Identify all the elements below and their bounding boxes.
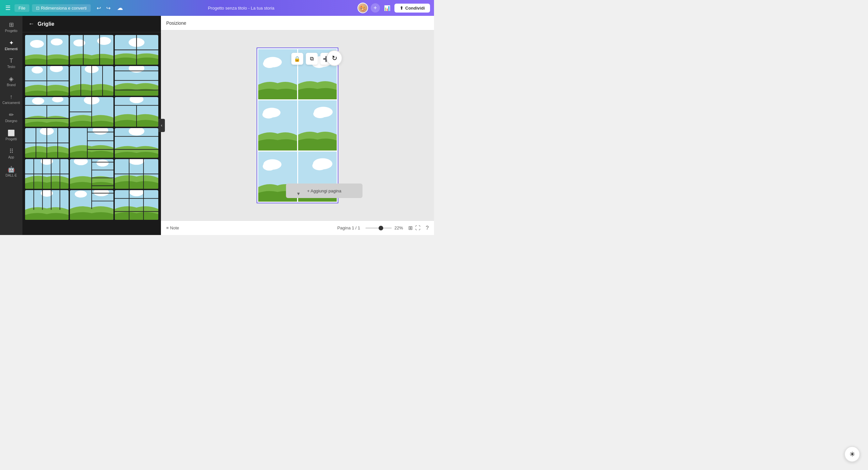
- grid-item-2-1[interactable]: [70, 97, 114, 127]
- svg-point-2: [51, 39, 63, 46]
- collapse-panel-button[interactable]: ‹: [158, 119, 165, 132]
- sidebar-item-dalle[interactable]: 🤖 DALL·E: [1, 163, 21, 180]
- page-info: Pagina 1 / 1: [337, 226, 360, 230]
- share-button[interactable]: ⬆ Condividi: [395, 4, 430, 12]
- undo-button[interactable]: ↩: [95, 4, 103, 12]
- lock-button[interactable]: 🔒: [291, 53, 303, 65]
- svg-point-113: [312, 161, 327, 170]
- zoom-label: 22%: [395, 226, 403, 230]
- grid-item-3-2[interactable]: [115, 128, 158, 158]
- progetto-icon: ⊞: [9, 21, 14, 28]
- zoom-controls: 22%: [365, 226, 403, 230]
- grid-item-1-0[interactable]: [25, 66, 69, 96]
- grid-item-4-1[interactable]: [70, 159, 114, 189]
- grid-item-2-0[interactable]: [25, 97, 69, 127]
- main-layout: ⊞ Progetto ✦ Elementi T Testo ◈ Brand ↑ …: [0, 16, 434, 235]
- svg-point-107: [313, 110, 327, 118]
- share-icon: ⬆: [400, 6, 403, 10]
- grid-view-button[interactable]: ⊞: [408, 225, 412, 231]
- resize-button[interactable]: ⊡ Ridimensiona e converti: [32, 4, 91, 12]
- grid-item-1-2[interactable]: [115, 66, 158, 96]
- sidebar-item-progetti[interactable]: ⬜ Progetti: [1, 127, 21, 144]
- grid-item-4-0[interactable]: [25, 159, 69, 189]
- svg-point-1: [30, 40, 44, 48]
- view-buttons: ⊞ ⛶: [408, 225, 421, 231]
- svg-point-110: [263, 162, 276, 170]
- grid-item-0-0[interactable]: [25, 35, 69, 65]
- refresh-button[interactable]: ↻: [327, 50, 342, 66]
- grid-item-0-1[interactable]: [70, 35, 114, 65]
- canvas-viewport[interactable]: 🔒 ⧉ ➕ ↻: [161, 30, 434, 221]
- grid-row-5: [25, 190, 158, 220]
- grid-item-2-2[interactable]: [115, 97, 158, 127]
- grid-item-4-2[interactable]: [115, 159, 158, 189]
- svg-point-104: [262, 111, 275, 118]
- sidebar-item-brand[interactable]: ◈ Brand: [1, 72, 21, 89]
- svg-point-98: [263, 59, 276, 68]
- canvas-cell-2-1[interactable]: [258, 100, 297, 150]
- notes-button[interactable]: ≡ Note: [166, 226, 179, 230]
- testo-icon: T: [9, 57, 13, 64]
- avatar[interactable]: 🎨: [358, 3, 368, 13]
- grid-row-2: [25, 97, 158, 127]
- progetti-icon: ⬜: [8, 129, 15, 137]
- grid-item-3-1[interactable]: [70, 128, 114, 158]
- panel-back-button[interactable]: ←: [28, 20, 35, 28]
- sidebar-item-testo[interactable]: T Testo: [1, 55, 21, 71]
- elementi-icon: ✦: [9, 39, 14, 47]
- notes-icon: ≡: [166, 226, 169, 230]
- svg-point-86: [75, 190, 87, 197]
- duplicate-button[interactable]: ⧉: [306, 53, 318, 65]
- cloud-save-button[interactable]: ☁: [115, 3, 125, 13]
- panel-header: ← Griglie: [23, 16, 161, 32]
- svg-point-14: [32, 66, 43, 73]
- menu-icon[interactable]: ☰: [4, 3, 12, 13]
- caricamenti-icon: ↑: [10, 93, 13, 100]
- brand-icon: ◈: [9, 75, 13, 83]
- disegno-icon: ✏: [9, 111, 14, 118]
- sidebar-item-caricamenti[interactable]: ↑ Caricamenti: [1, 91, 21, 107]
- grid-item-0-2[interactable]: [115, 35, 158, 65]
- svg-point-29: [32, 97, 44, 104]
- svg-point-67: [97, 159, 109, 166]
- position-label: Posizione: [166, 21, 186, 26]
- sidebar-item-app[interactable]: ⠿ App: [1, 145, 21, 162]
- grid-row-1: [25, 66, 158, 96]
- grids-panel: ← Griglie: [23, 16, 161, 235]
- nav-buttons: ↩ ↪: [95, 4, 113, 12]
- panel-title: Griglie: [38, 21, 54, 27]
- canvas-area: Posizione 🔒 ⧉ ➕ ↻: [161, 16, 434, 235]
- icon-sidebar: ⊞ Progetto ✦ Elementi T Testo ◈ Brand ↑ …: [0, 16, 23, 235]
- app-icon: ⠿: [9, 148, 13, 155]
- topbar-right: 🎨 + 📊 ⬆ Condividi: [358, 3, 430, 13]
- stats-button[interactable]: 📊: [382, 4, 392, 12]
- grid-item-3-0[interactable]: [25, 128, 69, 158]
- resize-icon: ⊡: [36, 6, 39, 10]
- zoom-slider[interactable]: [365, 227, 392, 229]
- zoom-thumb: [379, 226, 383, 230]
- sidebar-item-elementi[interactable]: ✦ Elementi: [1, 37, 21, 54]
- floating-toolbar: 🔒 ⧉ ➕: [291, 53, 332, 65]
- redo-button[interactable]: ↪: [104, 4, 113, 12]
- grid-item-5-0[interactable]: [25, 190, 69, 220]
- design-canvas[interactable]: [256, 48, 338, 203]
- project-title: Progetto senza titolo - La tua storia: [128, 6, 355, 10]
- grid-item-1-1[interactable]: [70, 66, 114, 96]
- canvas-cell-2-2[interactable]: [298, 100, 337, 150]
- add-collaborator-button[interactable]: +: [371, 3, 380, 12]
- grid-row-4: [25, 159, 158, 189]
- fullscreen-button[interactable]: ⛶: [415, 225, 421, 231]
- help-button[interactable]: ?: [426, 225, 429, 231]
- panel-content[interactable]: [23, 32, 161, 235]
- show-pages-button[interactable]: ▾: [297, 190, 300, 197]
- grid-row-0: [25, 35, 158, 65]
- svg-point-6: [97, 37, 111, 45]
- grid-item-5-2[interactable]: [115, 190, 158, 220]
- grid-item-5-1[interactable]: [70, 190, 114, 220]
- sidebar-item-progetto[interactable]: ⊞ Progetto: [1, 19, 21, 35]
- sidebar-item-disegno[interactable]: ✏ Disegno: [1, 109, 21, 125]
- dalle-icon: 🤖: [8, 166, 15, 173]
- bottom-bar: ≡ Note Pagina 1 / 1 22% ⊞ ⛶ ?: [161, 221, 434, 235]
- canvas-toolbar: Posizione: [161, 16, 434, 30]
- file-button[interactable]: File: [14, 4, 29, 12]
